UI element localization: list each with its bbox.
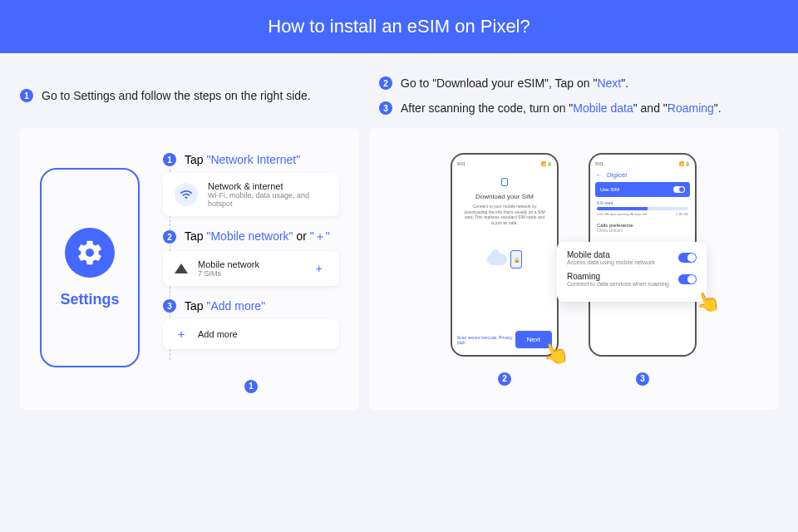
phone-carrier-settings: 9:01📶 🔋 ←Digicel Use SIM 9.9 used 2.00 G… — [589, 153, 697, 357]
use-sim-row: Use SIM — [595, 182, 690, 197]
left-steps: 1 Tap "Network Internet" Network & inter… — [163, 153, 339, 393]
panel-1-badge: 1 — [244, 380, 258, 393]
step-badge-3: 3 — [379, 101, 392, 115]
phone-download-sim: 9:01📶 🔋 Download your SIM Connect to you… — [451, 153, 559, 357]
step-badge-1: 1 — [20, 89, 33, 102]
panels-row: Settings 1 Tap "Network Internet" Networ… — [0, 128, 798, 430]
network-internet-card: Network & internet Wi-Fi, mobile, data u… — [163, 173, 339, 216]
instructions-row: 1 Go to Settings and follow the steps on… — [0, 53, 798, 128]
instruction-1: 1 Go to Settings and follow the steps on… — [20, 89, 311, 102]
usage-bar — [597, 207, 688, 210]
signal-icon — [175, 264, 188, 273]
pointer-hand-icon: 👆 — [692, 287, 723, 318]
settings-label: Settings — [60, 291, 119, 308]
panel-left: Settings 1 Tap "Network Internet" Networ… — [20, 128, 359, 410]
settings-phone: Settings — [40, 168, 140, 367]
settings-phone-col: Settings — [40, 153, 140, 393]
mini-phone-icon — [510, 250, 522, 268]
wifi-icon — [175, 183, 198, 206]
scan-link: Scan secure barcode. Privacy path — [457, 335, 515, 345]
mobile-data-popup: Mobile dataAccess data using mobile netw… — [557, 242, 707, 302]
instruction-3: 3 After scanning the code, turn on "Mobi… — [379, 101, 778, 115]
page-title: How to install an eSIM on Pixel? — [268, 16, 530, 37]
lock-icon — [501, 178, 508, 186]
download-graphic — [487, 250, 522, 268]
status-icons: 📶 🔋 — [541, 161, 552, 166]
left-step-3-badge: 3 — [163, 299, 176, 313]
add-more-card: + Add more — [163, 319, 339, 349]
instruction-1-text: Go to Settings and follow the steps on t… — [42, 89, 311, 102]
instruction-2-text: Go to "Download your eSIM", Tap on "Next… — [401, 76, 628, 90]
panel-2-badge: 2 — [498, 372, 511, 386]
instruction-3-text: After scanning the code, turn on "Mobile… — [401, 101, 722, 115]
left-step-2: 2 Tap "Mobile network" or "＋" Mobile net… — [163, 229, 339, 286]
back-arrow-icon: ← — [595, 171, 602, 179]
cloud-icon — [487, 254, 507, 265]
panel-right: 9:01📶 🔋 Download your SIM Connect to you… — [369, 128, 778, 410]
instruction-2: 2 Go to "Download your eSIM", Tap on "Ne… — [379, 76, 778, 90]
plus-icon: + — [175, 328, 188, 341]
use-sim-toggle[interactable] — [673, 186, 685, 193]
left-step-1-badge: 1 — [163, 153, 176, 166]
page-header: How to install an eSIM on Pixel? — [0, 0, 798, 53]
mobile-data-toggle[interactable] — [678, 253, 697, 263]
step-badge-2: 2 — [379, 76, 392, 90]
left-step-1: 1 Tap "Network Internet" Network & inter… — [163, 153, 339, 216]
status-icons: 📶 🔋 — [679, 161, 690, 166]
roaming-toggle[interactable] — [678, 274, 697, 284]
plus-icon: + — [311, 262, 328, 275]
mobile-network-card: Mobile network 7 SIMs + — [163, 251, 339, 286]
panel-3-badge: 3 — [636, 372, 649, 386]
gear-icon — [65, 228, 115, 278]
left-step-2-badge: 2 — [163, 230, 176, 244]
left-step-3: 3 Tap "Add more" + Add more — [163, 299, 339, 349]
